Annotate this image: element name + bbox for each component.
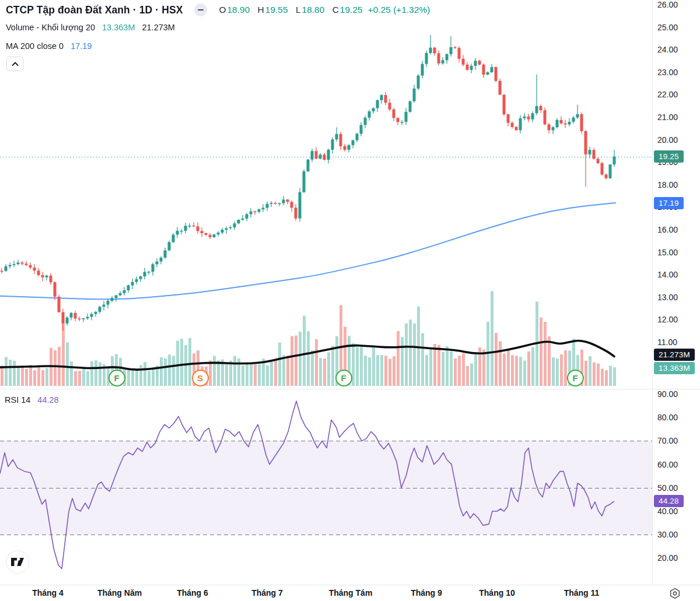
time-axis-month-label: Tháng 4 [32, 588, 64, 598]
collapse-legend-button[interactable] [6, 57, 23, 71]
axis-tick-label: 22.00 [657, 90, 678, 99]
axis-tick-label: 70.00 [657, 436, 678, 445]
volume-legend-row[interactable]: Volume - Khối lượng 20 13.363M 21.273M [6, 23, 175, 32]
axis-tick-label: 15.00 [657, 248, 678, 257]
axis-tick-label: 20.00 [657, 135, 678, 145]
volume-current-value: 13.363M [102, 23, 135, 32]
tradingview-chart-window: CTCP Tập đoàn Đất Xanh · 1D · HSX O18.90… [0, 0, 700, 601]
axis-tick-label: 24.00 [657, 45, 678, 54]
axis-tick-label: 25.00 [657, 23, 678, 32]
axis-tick-label: 26.00 [657, 0, 678, 9]
axis-tick-label: 16.00 [657, 225, 678, 234]
time-axis-month-label: Tháng 11 [564, 588, 600, 598]
close-value: 19.25 [340, 5, 363, 15]
axis-tick-label: 11.00 [657, 338, 677, 347]
axis-tick-label: 60.00 [657, 460, 678, 469]
axis-tick-label: 18.00 [657, 180, 678, 189]
high-label: H [258, 5, 264, 15]
axis-tick-label: 80.00 [657, 413, 678, 422]
event-marker-f[interactable]: F [567, 370, 584, 386]
ma-indicator-label: MA 200 close 0 [6, 41, 64, 51]
tradingview-logo[interactable] [6, 550, 29, 574]
time-axis-month-label: Tháng 9 [411, 588, 442, 598]
axis-tick-label: 14.00 [657, 270, 678, 279]
price-tag: 44.28 [654, 495, 684, 507]
axis-tick-label: 90.00 [657, 389, 678, 399]
open-value: 18.90 [228, 5, 250, 15]
ma-value: 17.19 [71, 41, 92, 51]
price-tag: 17.19 [654, 197, 684, 209]
axis-tick-label: 13.00 [657, 293, 678, 302]
tradingview-logo-icon [11, 558, 24, 566]
rsi-legend-row[interactable]: RSI 14 44.28 [5, 395, 59, 405]
axis-tick-label: 21.00 [657, 113, 678, 122]
price-tag: 19.25 [654, 150, 684, 163]
price-tag: 13.363M [654, 362, 695, 374]
time-axis-month-label: Tháng Tám [329, 588, 373, 598]
chevron-up-icon [11, 61, 19, 67]
axis-tick-label: 50.00 [657, 483, 678, 493]
high-value: 19.55 [265, 5, 288, 15]
event-marker-f[interactable]: F [108, 370, 125, 386]
pane-settings-icon[interactable] [668, 587, 681, 600]
axis-tick-label: 20.00 [657, 553, 678, 563]
close-label: C [332, 5, 339, 15]
minus-icon [198, 9, 204, 10]
time-axis[interactable]: Tháng 4Tháng NămTháng 6Tháng 7Tháng TámT… [0, 585, 700, 601]
time-axis-month-label: Tháng Năm [97, 588, 142, 598]
time-axis-month-label: Tháng 10 [479, 588, 514, 598]
change-value: +0.25 (+1.32%) [368, 5, 430, 15]
low-value: 18.80 [302, 5, 325, 15]
volume-ma-value: 21.273M [142, 23, 174, 32]
open-label: O [219, 5, 226, 15]
time-axis-month-label: Tháng 6 [177, 588, 208, 598]
axis-tick-label: 40.00 [657, 507, 678, 516]
ma-legend-row[interactable]: MA 200 close 0 17.19 [6, 41, 92, 51]
axis-tick-label: 30.00 [657, 530, 678, 539]
ohlc-values: O18.90 H19.55 L18.80 C19.25 [219, 5, 362, 15]
price-tag: 21.273M [654, 349, 695, 361]
symbol-title[interactable]: CTCP Tập đoàn Đất Xanh · 1D · HSX [6, 4, 183, 16]
symbol-legend-row: CTCP Tập đoàn Đất Xanh · 1D · HSX O18.90… [6, 3, 430, 16]
volume-indicator-label: Volume - Khối lượng 20 [6, 23, 95, 32]
event-marker-s[interactable]: S [192, 370, 209, 386]
hide-indicator-button[interactable] [194, 3, 207, 16]
low-label: L [296, 5, 301, 15]
chart-canvas[interactable] [0, 0, 652, 585]
rsi-value: 44.28 [37, 395, 58, 405]
price-axis[interactable]: 26.0025.0024.0023.0022.0021.0020.0019.00… [652, 0, 700, 585]
event-marker-f[interactable]: F [335, 370, 352, 386]
time-axis-month-label: Tháng 7 [251, 588, 283, 598]
axis-tick-label: 12.00 [657, 315, 678, 324]
axis-tick-label: 23.00 [657, 68, 678, 77]
rsi-indicator-label: RSI 14 [5, 395, 30, 405]
pane-divider[interactable] [0, 389, 700, 389]
